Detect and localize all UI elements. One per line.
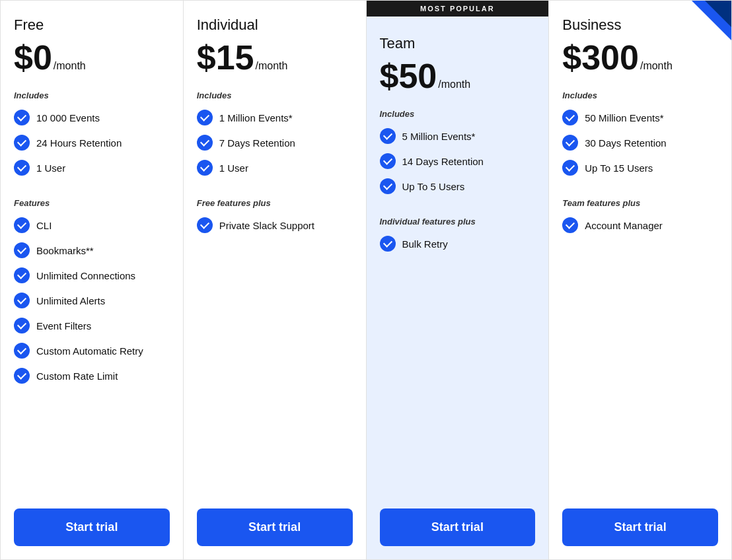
price-period-business: /month — [640, 60, 673, 72]
includes-list-team: 5 Million Events* 14 Days Retention Up T… — [380, 128, 536, 203]
price-amount-individual: $15 — [197, 40, 254, 75]
check-icon — [380, 153, 396, 169]
feature-item: 1 User — [14, 160, 170, 176]
cta-wrapper-individual: Start trial — [197, 498, 353, 546]
feature-text: CLI — [36, 220, 52, 231]
corner-shape — [692, 1, 731, 40]
cta-button-free[interactable]: Start trial — [14, 508, 170, 546]
feature-text: 24 Hours Retention — [36, 137, 122, 149]
feature-text: Custom Automatic Retry — [36, 345, 143, 357]
check-icon — [197, 110, 213, 125]
feature-item: Private Slack Support — [197, 217, 353, 233]
feature-item: 5 Million Events* — [380, 128, 536, 144]
feature-item: CLI — [14, 217, 170, 233]
feature-text: Unlimited Alerts — [36, 295, 105, 306]
feature-item: 24 Hours Retention — [14, 135, 170, 151]
includes-list-business: 50 Million Events* 30 Days Retention Up … — [562, 110, 718, 185]
price-period-free: /month — [54, 60, 86, 72]
extra-label-business: Team features plus — [562, 198, 718, 208]
includes-label-business: Includes — [562, 90, 718, 100]
check-icon — [14, 267, 30, 283]
feature-text: 1 User — [36, 162, 65, 174]
feature-text: Custom Rate Limit — [36, 370, 118, 382]
cta-button-individual[interactable]: Start trial — [197, 508, 353, 546]
cta-button-business[interactable]: Start trial — [562, 508, 718, 546]
check-icon — [197, 135, 213, 151]
cta-wrapper-free: Start trial — [14, 498, 170, 546]
feature-item: Event Filters — [14, 318, 170, 333]
feature-item: Bulk Retry — [380, 236, 536, 252]
feature-text: Event Filters — [36, 320, 91, 332]
check-icon — [380, 128, 396, 144]
pricing-table: Free $0 /month Includes 10 000 Events 24… — [0, 0, 732, 560]
cta-button-team[interactable]: Start trial — [380, 508, 536, 546]
check-icon — [14, 110, 30, 125]
check-icon — [14, 160, 30, 176]
feature-text: 1 User — [219, 162, 248, 174]
check-icon — [562, 110, 578, 125]
check-icon — [14, 135, 30, 151]
feature-text: 7 Days Retention — [219, 137, 295, 149]
extra-label-individual: Free features plus — [197, 198, 353, 208]
check-icon — [14, 368, 30, 384]
feature-item: Unlimited Alerts — [14, 293, 170, 308]
price-period-team: /month — [438, 79, 470, 90]
feature-text: 5 Million Events* — [402, 131, 476, 142]
plan-name-team: Team — [380, 35, 536, 52]
check-icon — [562, 135, 578, 151]
check-icon — [197, 160, 213, 176]
plan-price-free: $0 /month — [14, 40, 170, 75]
features-label-free: Features — [14, 198, 170, 208]
feature-item: 1 Million Events* — [197, 110, 353, 125]
includes-label-individual: Includes — [197, 90, 353, 100]
check-icon — [14, 242, 30, 258]
extras-list-team: Bulk Retry — [380, 236, 536, 261]
plan-price-individual: $15 /month — [197, 40, 353, 75]
plan-price-business: $300 /month — [562, 40, 718, 75]
feature-text: Bulk Retry — [402, 238, 448, 250]
plan-col-individual: Individual $15 /month Includes 1 Million… — [184, 1, 367, 559]
check-icon — [562, 217, 578, 233]
plan-col-business: Business $300 /month Includes 50 Million… — [549, 1, 731, 559]
feature-text: Account Manager — [585, 220, 663, 231]
price-amount-team: $50 — [380, 59, 437, 93]
check-icon — [380, 178, 396, 194]
feature-item: Up To 15 Users — [562, 160, 718, 176]
feature-item: Account Manager — [562, 217, 718, 233]
price-amount-free: $0 — [14, 40, 52, 75]
feature-item: Bookmarks** — [14, 242, 170, 258]
feature-item: 7 Days Retention — [197, 135, 353, 151]
feature-text: Bookmarks** — [36, 245, 94, 256]
check-icon — [14, 217, 30, 233]
price-period-individual: /month — [256, 60, 288, 72]
feature-item: 14 Days Retention — [380, 153, 536, 169]
feature-text: Up To 5 Users — [402, 181, 465, 192]
plan-price-team: $50 /month — [380, 59, 536, 93]
feature-item: 10 000 Events — [14, 110, 170, 125]
check-icon — [562, 160, 578, 176]
plan-name-individual: Individual — [197, 17, 353, 34]
feature-text: 30 Days Retention — [585, 137, 666, 149]
feature-text: 50 Million Events* — [585, 112, 663, 123]
includes-list-individual: 1 Million Events* 7 Days Retention 1 Use… — [197, 110, 353, 185]
feature-item: Unlimited Connections — [14, 267, 170, 283]
feature-text: Private Slack Support — [219, 220, 314, 231]
features-list-free: CLI Bookmarks** Unlimited Connections Un… — [14, 217, 170, 393]
feature-text: 1 Million Events* — [219, 112, 293, 123]
includes-label-free: Includes — [14, 90, 170, 100]
cta-wrapper-team: Start trial — [380, 498, 536, 546]
feature-item: 50 Million Events* — [562, 110, 718, 125]
includes-list-free: 10 000 Events 24 Hours Retention 1 User — [14, 110, 170, 185]
feature-item: Custom Automatic Retry — [14, 343, 170, 359]
extra-label-team: Individual features plus — [380, 217, 536, 227]
feature-text: 10 000 Events — [36, 112, 100, 123]
extras-list-business: Account Manager — [562, 217, 718, 242]
most-popular-badge: MOST POPULAR — [367, 1, 549, 17]
feature-text: Up To 15 Users — [585, 162, 653, 174]
check-icon — [380, 236, 396, 252]
plan-col-free: Free $0 /month Includes 10 000 Events 24… — [1, 1, 184, 559]
price-amount-business: $300 — [562, 40, 639, 75]
includes-label-team: Includes — [380, 109, 536, 119]
plan-name-free: Free — [14, 17, 170, 34]
feature-item: 1 User — [197, 160, 353, 176]
